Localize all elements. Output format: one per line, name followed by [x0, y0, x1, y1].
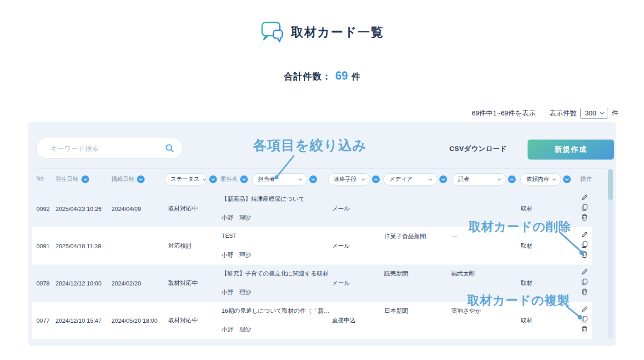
edit-icon[interactable] [581, 305, 588, 313]
published-sort-icon[interactable] [137, 175, 145, 183]
per-page-select[interactable]: 300 [580, 108, 608, 119]
reporter-filter-dropdown[interactable]: 記者 [452, 173, 506, 185]
page-header: 取材カード一覧 [0, 21, 644, 44]
per-page-label: 表示件数 [549, 109, 577, 118]
duplicate-icon[interactable] [581, 204, 588, 211]
col-no: No [36, 175, 44, 182]
row-operations [581, 231, 588, 258]
chevron-down-icon [361, 178, 365, 181]
delete-icon[interactable] [581, 288, 588, 295]
row-contact: メール [332, 190, 350, 227]
row-media: 日本新聞 [384, 307, 408, 315]
row-occurred: 2025/04/18 11:39 [55, 227, 101, 265]
delete-icon[interactable] [581, 251, 588, 258]
col-ops: 操作 [580, 175, 592, 183]
row-assignee: 小野 理沙 [221, 325, 251, 334]
edit-icon[interactable] [581, 231, 588, 238]
total-count-label: 合計件数： [284, 70, 332, 83]
vertical-scrollbar[interactable] [608, 169, 613, 339]
row-media: 洋菓子食品新聞 [384, 232, 426, 240]
row-assignee: 小野 理沙 [221, 288, 251, 296]
delete-icon[interactable] [581, 214, 588, 221]
row-case: TEST [221, 232, 236, 239]
per-page-unit: 件 [612, 109, 619, 118]
chevron-down-icon [600, 112, 604, 115]
table-body: 0092 2025/04/23 10:26 2024/04/09 取材対応中 【… [28, 190, 616, 339]
row-case: 【新商品】焼津産鰹節について [221, 195, 305, 203]
row-published: 2024/05/20 18:00 [111, 302, 157, 339]
row-contact: 直接申込 [332, 302, 356, 339]
duplicate-icon[interactable] [581, 241, 588, 248]
occurred-sort-icon[interactable] [81, 175, 89, 183]
media-sort-icon[interactable] [439, 175, 447, 183]
row-contact: メール [332, 265, 350, 302]
row-case: 【研究】子育ての孤立化に関連する取材 [221, 270, 329, 278]
row-occurred: 2025/04/23 10:26 [55, 190, 101, 227]
keyword-search [36, 138, 183, 159]
col-published: 掲載日時 [111, 175, 134, 183]
chevron-down-icon [552, 178, 556, 181]
assignee-sort-icon[interactable] [309, 175, 317, 183]
request-filter-dropdown[interactable]: 依頼内容 [520, 173, 561, 185]
row-assignee: 小野 理沙 [221, 214, 251, 222]
annotation-filter: 各項目を絞り込み [253, 136, 367, 155]
duplicate-icon[interactable] [581, 278, 588, 285]
search-icon[interactable] [165, 144, 174, 153]
row-reporter: --- [451, 232, 457, 239]
case-sort-icon[interactable] [240, 175, 248, 183]
row-published: 2024/02/20 [111, 265, 141, 302]
range-text: 69件中1~69件を表示 [472, 109, 536, 118]
row-case: 16期の見通しについて取材の件（「新… [221, 307, 330, 315]
row-operations [581, 268, 588, 295]
csv-download-button[interactable]: CSVダウンロード [447, 144, 510, 154]
col-occurred: 発生日時 [55, 175, 78, 183]
assignee-filter-dropdown[interactable]: 担当者 [252, 173, 307, 185]
row-status: 取材対応中 [168, 190, 198, 227]
row-occurred: 2024/12/10 15:47 [55, 302, 101, 339]
scrollbar-thumb[interactable] [608, 169, 613, 200]
row-reporter: 福武太郎 [451, 270, 475, 278]
contact-filter-dropdown[interactable]: 連絡手段 [328, 173, 370, 185]
row-operations [581, 194, 588, 221]
row-published: 2024/04/09 [111, 190, 141, 227]
row-status: 対応検討 [168, 227, 192, 265]
row-no: 0092 [36, 190, 50, 227]
media-filter-dropdown[interactable]: メディア [383, 173, 438, 185]
table-header: No 発生日時 掲載日時 ステータス 案件名 担当者 [28, 169, 616, 187]
row-contact: メール [332, 227, 350, 265]
annotation-delete: 取材カードの削除 [468, 219, 571, 235]
per-page-value: 300 [585, 109, 596, 117]
total-count-value: 69 [335, 69, 348, 82]
page: 取材カード一覧 合計件数： 69 件 69件中1~69件を表示 表示件数 300… [0, 0, 644, 360]
chevron-down-icon [497, 178, 501, 181]
total-count-unit: 件 [352, 71, 360, 83]
row-no: 0077 [36, 302, 50, 339]
row-no: 0091 [36, 227, 50, 265]
row-status: 取材対応中 [168, 302, 198, 339]
page-title: 取材カード一覧 [291, 24, 384, 40]
contact-sort-icon[interactable] [372, 175, 380, 183]
duplicate-icon[interactable] [581, 315, 588, 323]
chevron-down-icon [298, 178, 302, 181]
delete-icon[interactable] [581, 325, 588, 333]
annotation-duplicate: 取材カードの複製 [467, 292, 570, 309]
chat-bubbles-icon [260, 21, 285, 44]
create-new-button[interactable]: 新規作成 [528, 140, 614, 160]
pagination-info: 69件中1~69件を表示 表示件数 300 件 [0, 108, 619, 119]
row-occurred: 2024/12/12 10:00 [55, 265, 101, 302]
status-filter-dropdown[interactable]: ステータス [165, 173, 207, 185]
row-status: 取材対応中 [168, 265, 198, 302]
chevron-down-icon [202, 178, 206, 181]
status-sort-icon[interactable] [209, 175, 217, 183]
row-no: 0078 [36, 265, 50, 302]
request-sort-icon[interactable] [563, 175, 571, 183]
search-input[interactable] [50, 144, 165, 153]
row-assignee: 小野 理沙 [221, 251, 251, 259]
edit-icon[interactable] [581, 194, 588, 201]
edit-icon[interactable] [581, 268, 588, 275]
chevron-down-icon [428, 178, 433, 181]
header-divider [35, 168, 606, 169]
col-case: 案件名 [221, 175, 238, 183]
total-count-row: 合計件数： 69 件 [0, 69, 644, 83]
reporter-sort-icon[interactable] [508, 175, 516, 183]
